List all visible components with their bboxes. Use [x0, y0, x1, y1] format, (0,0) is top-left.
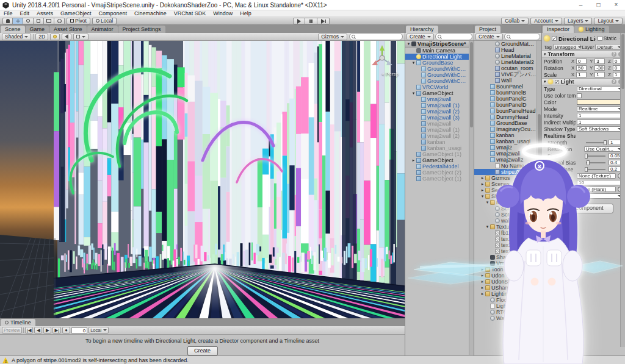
inspector-scrollbar[interactable]	[620, 33, 625, 347]
project-item[interactable]: ▸Lighting	[474, 291, 536, 297]
menu-item-window[interactable]: Window	[209, 10, 236, 16]
lighting-toggle-icon[interactable]	[50, 34, 60, 40]
hierarchy-create-dropdown[interactable]: Create	[406, 34, 434, 40]
field-dropdown[interactable]: Auto	[577, 193, 623, 199]
hierarchy-item[interactable]: VRCWorld	[405, 84, 469, 90]
project-item[interactable]: LineMaterial2	[474, 59, 536, 65]
slider-thumb[interactable]	[604, 140, 607, 145]
static-checkbox[interactable]	[598, 36, 602, 41]
menu-item-vrchat-sdk[interactable]: VRChat SDK	[170, 10, 210, 16]
active-checkbox[interactable]: ✓	[552, 36, 557, 41]
project-item[interactable]: vmaj2wall2	[474, 157, 536, 163]
timeline-create-button[interactable]: Create	[187, 346, 218, 355]
foldout-arrow-icon[interactable]: ▸	[411, 157, 416, 163]
tab-lighting[interactable]: Lighting	[574, 26, 609, 33]
hierarchy-item[interactable]: vmaj2wall (1)	[405, 102, 469, 109]
timeline-play-button[interactable]: ▶	[43, 327, 51, 334]
hierarchy-search-input[interactable]	[435, 33, 472, 40]
scene-render[interactable]	[0, 41, 405, 318]
layer-dropdown[interactable]: Default	[595, 44, 623, 50]
slider-thumb[interactable]	[587, 160, 590, 165]
ref-mode-dropdown[interactable]: Local	[89, 327, 109, 334]
field-checkbox[interactable]	[577, 93, 582, 98]
project-item[interactable]: VmajiStripeScene	[474, 260, 536, 266]
project-item[interactable]: bounPanelB	[474, 90, 536, 96]
project-item[interactable]: ▸Toon	[474, 266, 536, 273]
field-input[interactable]: 1	[577, 113, 623, 118]
hierarchy-item[interactable]: GameObject (2)	[405, 170, 469, 176]
transform-tool-icon[interactable]	[54, 18, 65, 24]
project-create-dropdown[interactable]: Create	[475, 34, 503, 40]
play-button[interactable]	[293, 18, 305, 24]
field-slider[interactable]	[586, 142, 605, 143]
project-item[interactable]: LineMaterial	[474, 53, 536, 59]
project-item[interactable]: VIVEアンバサダー3	[474, 71, 536, 77]
persp-label[interactable]: < Persp	[381, 71, 399, 77]
hierarchy-item[interactable]: GroundWithCollider2_In	[405, 78, 469, 84]
next-frame-button[interactable]: ▶|	[52, 327, 61, 334]
scale-tool-icon[interactable]	[34, 18, 44, 24]
frame-field[interactable]: 0	[71, 327, 87, 334]
scene-viewport[interactable]: < Persp	[0, 41, 405, 318]
foldout-arrow-icon[interactable]: ▾	[485, 224, 490, 230]
project-item[interactable]: ▸SerializedUdonPrograms	[474, 187, 536, 193]
help-icon[interactable]: ?	[612, 79, 616, 84]
hierarchy-item[interactable]: vmaj2wall	[405, 96, 469, 102]
project-item[interactable]: ocutan_room	[474, 65, 536, 71]
project-item[interactable]: DummyHead	[474, 114, 536, 120]
minimize-button-icon[interactable]: –	[572, 0, 590, 10]
field-input[interactable]: 10	[577, 180, 623, 185]
tab-inspector[interactable]: Inspector	[543, 26, 574, 33]
project-item[interactable]: kanban_usagi	[474, 138, 536, 145]
2d-toggle[interactable]: 2D	[35, 34, 48, 40]
hierarchy-item[interactable]: kanban	[405, 139, 469, 145]
hierarchy-item[interactable]: GameObject (1)	[405, 151, 469, 157]
project-item[interactable]: vmaji2	[474, 145, 536, 151]
foldout-arrow-icon[interactable]: ▸	[480, 187, 485, 193]
project-item[interactable]: stripe.001r	[474, 169, 536, 175]
project-item[interactable]: bounPanelHead	[474, 108, 536, 114]
slider-thumb[interactable]	[585, 154, 588, 159]
project-item[interactable]: LightCol	[474, 303, 536, 309]
project-item[interactable]: No Name	[474, 163, 536, 169]
hierarchy-item[interactable]: GroundWithCollider2	[405, 72, 469, 78]
project-item[interactable]: ▾Textures	[474, 224, 536, 230]
foldout-arrow-icon[interactable]: ▸	[480, 285, 485, 291]
audio-toggle-icon[interactable]	[62, 34, 71, 40]
field-dropdown[interactable]: Directional	[577, 86, 623, 91]
foldout-arrow-icon[interactable]: ▾	[480, 193, 485, 199]
preview-toggle[interactable]: Preview	[2, 327, 22, 334]
layers-dropdown[interactable]: Layers	[564, 18, 593, 24]
hierarchy-item[interactable]: Main Camera	[405, 48, 469, 54]
project-scrollbar[interactable]	[536, 41, 541, 355]
effects-toggle-icon[interactable]	[73, 34, 89, 40]
light-component-header[interactable]: ▾ ✓ Light ?	[542, 78, 625, 85]
account-dropdown[interactable]: Account	[530, 18, 562, 24]
project-item[interactable]: tex20x20b	[474, 242, 536, 248]
project-item[interactable]: Wall	[474, 77, 536, 84]
hierarchy-item[interactable]: GroundWithCollider	[405, 66, 469, 72]
foldout-arrow-icon[interactable]: ▸	[480, 291, 485, 297]
status-bar[interactable]: ! A polygon of stripe.001mod2 is self-in…	[0, 355, 625, 364]
project-item[interactable]: GroundMaterial	[474, 41, 536, 47]
maximize-button-icon[interactable]: □	[590, 0, 607, 10]
rotate-tool-icon[interactable]	[23, 18, 34, 24]
light-enabled-checkbox[interactable]: ✓	[555, 80, 559, 84]
vector-field[interactable]: -30	[594, 65, 605, 71]
step-button[interactable]	[317, 18, 330, 24]
object-name-field[interactable]: Directional Light	[558, 35, 596, 42]
shaded-dropdown[interactable]: Shaded	[2, 34, 31, 40]
foldout-arrow-icon[interactable]: ▾	[411, 90, 416, 96]
tab-timeline[interactable]: Timeline	[1, 319, 35, 326]
field-dropdown[interactable]: Use Quality Settings	[584, 146, 623, 152]
hierarchy-item[interactable]: GameObject (1)	[405, 176, 469, 182]
project-item[interactable]: FloorGrid	[474, 297, 536, 303]
gizmos-dropdown[interactable]: Gizmos	[318, 34, 347, 40]
tab-hierarchy[interactable]: Hierarchy	[406, 26, 438, 33]
pivot-toggle[interactable]: Pivot	[67, 18, 90, 24]
menu-item-help[interactable]: Help	[236, 10, 255, 16]
hierarchy-item[interactable]: vmaj2wall (1)	[405, 127, 469, 133]
project-item[interactable]: ▸USharpVideo	[474, 285, 536, 291]
hierarchy-scrollbar[interactable]	[469, 41, 474, 355]
project-item[interactable]: ScrollWallMaterial 1	[474, 212, 536, 218]
